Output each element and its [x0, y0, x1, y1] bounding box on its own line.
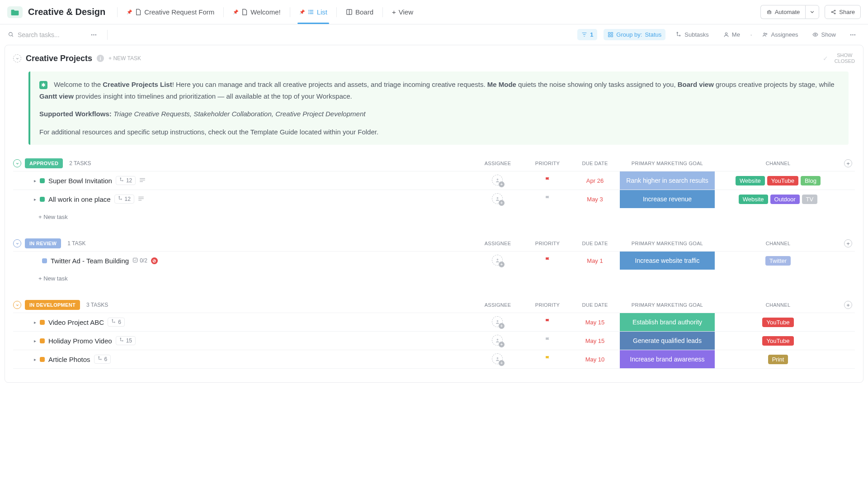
task-row[interactable]: ▸Video Project ABC6+May 15Establish bran… [13, 313, 855, 331]
channel-cell[interactable]: YouTube [715, 318, 841, 327]
due-date-cell[interactable]: May 15 [570, 313, 620, 331]
subtask-count-pill[interactable]: 12 [116, 176, 136, 185]
status-square[interactable] [40, 320, 45, 325]
automate-dropdown-button[interactable] [805, 5, 819, 19]
channel-tag[interactable]: YouTube [762, 318, 793, 327]
assignee-cell[interactable]: + [471, 332, 525, 350]
status-square[interactable] [40, 357, 45, 362]
collapse-panel-button[interactable] [13, 54, 21, 62]
status-badge[interactable]: IN REVIEW [25, 238, 61, 248]
channel-cell[interactable]: WebsiteOutdoorTV [715, 195, 841, 204]
task-name[interactable]: All work in one place [48, 195, 111, 203]
subtask-count-pill[interactable]: 6 [108, 318, 125, 327]
description-icon[interactable] [138, 195, 144, 203]
goal-cell[interactable]: Establish brand authority [620, 313, 715, 331]
column-goal[interactable]: PRIMARY MARKETING GOAL [620, 302, 715, 308]
due-date-cell[interactable]: Apr 26 [570, 171, 620, 190]
column-assignee[interactable]: ASSIGNEE [471, 161, 525, 166]
channel-tag[interactable]: Website [736, 176, 765, 185]
priority-cell[interactable] [525, 350, 570, 368]
column-due-date[interactable]: DUE DATE [570, 241, 620, 246]
status-square[interactable] [40, 197, 45, 202]
goal-cell[interactable]: Generate qualified leads [620, 332, 715, 350]
goal-cell[interactable]: Increase brand awareness [620, 350, 715, 368]
add-column-button[interactable]: + [844, 159, 852, 167]
new-task-button[interactable]: + NEW TASK [108, 55, 141, 62]
channel-cell[interactable]: YouTube [715, 336, 841, 346]
assignee-cell[interactable]: + [471, 190, 525, 208]
goal-cell[interactable]: Increase website traffic [620, 252, 715, 270]
assignees-button[interactable]: Assignees [758, 29, 802, 40]
more-options-button[interactable]: ⋯ [87, 29, 101, 40]
task-row[interactable]: ▸Super Bowl Invitation12+Apr 26Rank high… [13, 171, 855, 190]
channel-cell[interactable]: WebsiteYouTubeBlog [715, 176, 841, 185]
column-goal[interactable]: PRIMARY MARKETING GOAL [620, 241, 715, 246]
due-date-cell[interactable]: May 3 [570, 190, 620, 208]
task-row[interactable]: ▸Article Photos6+May 10Increase brand aw… [13, 350, 855, 369]
subtask-count-pill[interactable]: 15 [116, 336, 136, 345]
description-icon[interactable] [139, 177, 146, 184]
tab-list[interactable]: 📌 List [293, 4, 334, 20]
checklist-pill[interactable]: 0/2 [132, 257, 147, 264]
status-badge[interactable]: IN DEVELOPMENT [25, 300, 80, 310]
expand-caret-icon[interactable]: ▸ [34, 320, 36, 325]
task-name[interactable]: Article Photos [48, 356, 90, 363]
tab-creative-request-form[interactable]: 📌 Creative Request Form [120, 4, 221, 20]
toolbar-more-button[interactable]: ⋯ [846, 29, 860, 40]
channel-tag[interactable]: YouTube [767, 176, 798, 185]
me-button[interactable]: Me [719, 29, 744, 40]
column-priority[interactable]: PRIORITY [525, 302, 570, 308]
priority-cell[interactable] [525, 252, 570, 270]
group-by-button[interactable]: Group by: Status [604, 29, 665, 40]
priority-cell[interactable] [525, 332, 570, 350]
collapse-group-button[interactable] [13, 239, 21, 247]
column-assignee[interactable]: ASSIGNEE [471, 241, 525, 246]
task-name[interactable]: Holiday Promo Video [48, 337, 112, 345]
expand-caret-icon[interactable]: ▸ [34, 178, 36, 183]
show-button[interactable]: Show [808, 29, 840, 40]
search-input[interactable] [18, 31, 81, 38]
blocked-icon[interactable]: ⊘ [151, 257, 158, 264]
expand-caret-icon[interactable]: ▸ [34, 197, 36, 202]
add-column-button[interactable]: + [844, 301, 852, 309]
channel-tag[interactable]: Print [768, 355, 788, 364]
goal-cell[interactable]: Rank higher in search results [620, 171, 715, 190]
folder-chip[interactable] [7, 6, 23, 18]
task-name[interactable]: Video Project ABC [48, 318, 104, 326]
column-due-date[interactable]: DUE DATE [570, 161, 620, 166]
channel-tag[interactable]: Blog [801, 176, 821, 185]
automate-button[interactable]: Automate [760, 5, 806, 19]
due-date-cell[interactable]: May 15 [570, 332, 620, 350]
task-name[interactable]: Super Bowl Invitation [48, 177, 112, 185]
column-priority[interactable]: PRIORITY [525, 161, 570, 166]
add-column-button[interactable]: + [844, 239, 852, 247]
collapse-group-button[interactable] [13, 301, 21, 309]
assignee-cell[interactable]: + [471, 252, 525, 270]
task-name[interactable]: Twitter Ad - Team Building [51, 257, 129, 265]
column-channel[interactable]: CHANNEL [715, 241, 841, 246]
task-row[interactable]: ▸Holiday Promo Video15+May 15Generate qu… [13, 331, 855, 350]
priority-cell[interactable] [525, 171, 570, 190]
tab-welcome[interactable]: 📌 Welcome! [226, 4, 287, 20]
goal-cell[interactable]: Increase revenue [620, 190, 715, 208]
column-priority[interactable]: PRIORITY [525, 241, 570, 246]
status-badge[interactable]: APPROVED [25, 158, 63, 168]
assignee-cell[interactable]: + [471, 350, 525, 368]
expand-caret-icon[interactable]: ▸ [34, 357, 36, 362]
status-square[interactable] [40, 338, 45, 343]
priority-cell[interactable] [525, 313, 570, 331]
column-assignee[interactable]: ASSIGNEE [471, 302, 525, 308]
column-due-date[interactable]: DUE DATE [570, 302, 620, 308]
status-square[interactable] [40, 178, 45, 183]
share-button[interactable]: Share [825, 5, 861, 19]
task-row[interactable]: Twitter Ad - Team Building0/2⊘+May 1Incr… [13, 251, 855, 270]
subtask-count-pill[interactable]: 6 [94, 355, 111, 364]
due-date-cell[interactable]: May 10 [570, 350, 620, 368]
subtask-count-pill[interactable]: 12 [114, 195, 134, 204]
column-channel[interactable]: CHANNEL [715, 161, 841, 166]
channel-tag[interactable]: YouTube [762, 336, 793, 346]
column-channel[interactable]: CHANNEL [715, 302, 841, 308]
collapse-group-button[interactable] [13, 159, 21, 167]
show-closed-button[interactable]: ✓ SHOW CLOSED [823, 52, 855, 64]
channel-cell[interactable]: Print [715, 355, 841, 364]
